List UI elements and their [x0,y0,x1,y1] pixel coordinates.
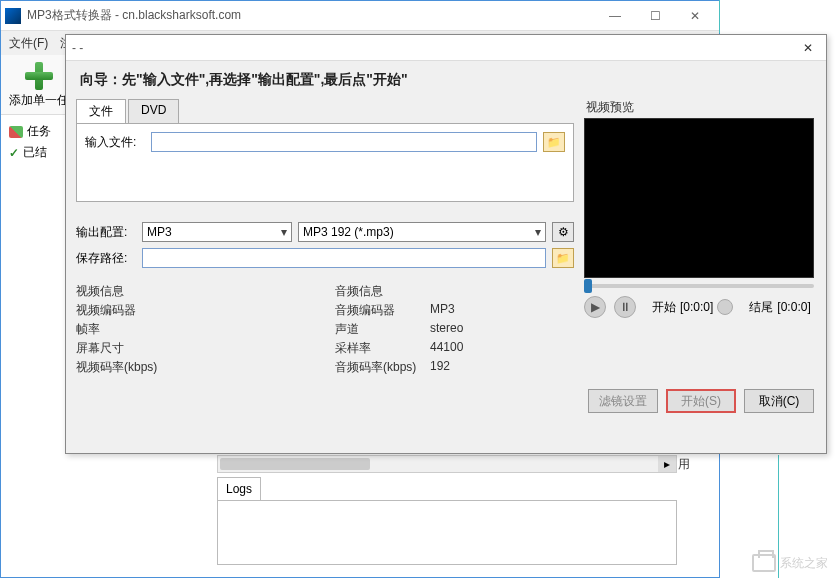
browse-save-button[interactable] [552,248,574,268]
profile-settings-button[interactable]: ⚙ [552,222,574,242]
scrollbar-thumb[interactable] [220,458,370,470]
play-button[interactable]: ▶ [584,296,606,318]
watermark: 系统之家 [752,554,828,572]
add-task-button[interactable]: 添加单一任 [9,60,69,109]
filter-settings-button[interactable]: 滤镜设置 [588,389,658,413]
slider-thumb[interactable] [584,279,592,293]
input-tabs: 文件 DVD [76,99,574,124]
dialog-titlebar: - - ✕ [66,35,826,61]
set-start-button[interactable] [717,299,733,315]
save-path-field[interactable] [142,248,546,268]
profile-combo[interactable]: MP3 192 (*.mp3)▾ [298,222,546,242]
video-preview [584,118,814,278]
start-time: [0:0:0] [680,300,713,314]
dialog-footer: 滤镜设置 开始(S) 取消(C) [66,377,826,425]
dialog-close-button[interactable]: ✕ [796,38,820,58]
browse-input-button[interactable] [543,132,565,152]
scroll-right-button[interactable]: ▸ [658,456,676,472]
preview-label: 视频预览 [584,99,814,116]
audio-info-panel: 音频信息 音频编码器MP3 声道stereo 采样率44100 音频码率(kbp… [335,282,574,377]
video-info-panel: 视频信息 视频编码器 帧率 屏幕尺寸 视频码率(kbps) [76,282,315,377]
start-button[interactable]: 开始(S) [666,389,736,413]
plus-icon [23,60,55,92]
start-label: 开始 [652,299,676,316]
close-button[interactable]: ✕ [675,4,715,28]
file-tab-pane: 输入文件: [76,124,574,202]
tab-dvd[interactable]: DVD [128,99,179,123]
output-config-label: 输出配置: [76,224,136,241]
logs-textarea[interactable] [217,500,677,565]
truncated-text: 用 [678,456,690,473]
format-combo[interactable]: MP3▾ [142,222,292,242]
add-task-label: 添加单一任 [9,92,69,109]
divider [719,0,720,33]
playback-controls: ▶ ⏸ 开始 [0:0:0] 结尾 [0:0:0] [584,296,814,318]
bottom-panel: ▸ Logs [217,455,677,565]
save-path-label: 保存路径: [76,250,136,267]
horizontal-scrollbar[interactable]: ▸ [217,455,677,473]
wizard-dialog: - - ✕ 向导：先"输入文件",再选择"输出配置",最后点"开始" 文件 DV… [65,34,827,454]
chevron-down-icon: ▾ [281,225,287,239]
logs-tab[interactable]: Logs [217,477,261,500]
input-file-field[interactable] [151,132,537,152]
main-titlebar: MP3格式转换器 - cn.blacksharksoft.com — ☐ ✕ [1,1,719,31]
gear-icon: ⚙ [558,225,569,239]
pause-button[interactable]: ⏸ [614,296,636,318]
check-icon: ✓ [9,146,19,160]
menu-file[interactable]: 文件(F) [9,35,48,52]
chevron-down-icon: ▾ [535,225,541,239]
tab-file[interactable]: 文件 [76,99,126,123]
cancel-button[interactable]: 取消(C) [744,389,814,413]
app-icon [5,8,21,24]
input-file-label: 输入文件: [85,134,145,151]
seek-slider[interactable] [584,284,814,288]
minimize-button[interactable]: — [595,4,635,28]
house-icon [752,554,776,572]
maximize-button[interactable]: ☐ [635,4,675,28]
dialog-title: - - [72,41,796,55]
window-title: MP3格式转换器 - cn.blacksharksoft.com [27,7,595,24]
wizard-heading: 向导：先"输入文件",再选择"输出配置",最后点"开始" [66,61,826,99]
end-label: 结尾 [749,299,773,316]
refresh-icon [9,126,23,138]
end-time: [0:0:0] [777,300,810,314]
